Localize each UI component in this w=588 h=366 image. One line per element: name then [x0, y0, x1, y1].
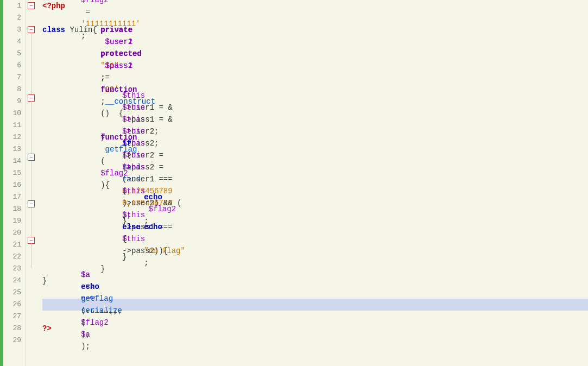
- line-num-21: 21: [3, 239, 26, 251]
- line-num-29: 29: [3, 335, 26, 346]
- line-num-26: 26: [3, 299, 26, 311]
- line-numbers: 1 2 3 4 5 6 7 8 9 10 11 12 13 14 15 16 1…: [3, 0, 26, 366]
- line-num-12: 12: [3, 131, 26, 143]
- line-num-10: 10: [3, 108, 26, 119]
- line-num-4: 4: [3, 36, 26, 48]
- line-num-7: 7: [3, 72, 26, 84]
- line-num-19: 19: [3, 215, 26, 227]
- line-num-17: 17: [3, 191, 26, 203]
- line-num-20: 20: [3, 227, 26, 239]
- code-line-23: }: [42, 263, 588, 275]
- code-line-24: }: [42, 275, 588, 287]
- line-num-3: 3: [3, 24, 26, 36]
- line-num-27: 27: [3, 311, 26, 323]
- line-num-16: 16: [3, 179, 26, 191]
- fold-line-else: [31, 243, 31, 267]
- code-line-29: [42, 335, 588, 346]
- line-num-8: 8: [3, 84, 26, 96]
- fold-marker-1[interactable]: −: [28, 2, 35, 9]
- code-editor: 1 2 3 4 5 6 7 8 9 10 11 12 13 14 15 16 1…: [0, 0, 588, 366]
- line-num-9: 9: [3, 96, 26, 108]
- fold-line-construct: [31, 101, 31, 137]
- line-num-1: 1: [3, 0, 26, 12]
- line-num-18: 18: [3, 203, 26, 215]
- line-num-5: 5: [3, 48, 26, 60]
- line-num-24: 24: [3, 275, 26, 287]
- code-line-27: echo serialize ( $a );: [42, 311, 588, 323]
- code-line-28: ?>: [42, 323, 588, 335]
- line-num-15: 15: [3, 167, 26, 179]
- line-num-14: 14: [3, 155, 26, 167]
- var-flag2: $flag2: [81, 0, 108, 4]
- fold-marker-14[interactable]: −: [28, 154, 35, 161]
- line-num-28: 28: [3, 323, 26, 335]
- fold-line-if: [31, 207, 31, 231]
- line-num-25: 25: [3, 287, 26, 299]
- line-num-2: 2: [3, 12, 26, 24]
- code-content[interactable]: <?php $flag2 = '11111111111' ; class Yul…: [38, 0, 588, 366]
- line-num-13: 13: [3, 143, 26, 155]
- fold-column: − − − − − −: [26, 0, 38, 366]
- line-num-11: 11: [3, 119, 26, 131]
- fold-marker-17[interactable]: −: [28, 200, 35, 207]
- code-line-26: $a -> getflag ( $flag2 );: [42, 299, 588, 311]
- code-line-22: }: [42, 251, 588, 263]
- line-num-6: 6: [3, 60, 26, 72]
- code-line-25: $a = new Yulin();: [42, 287, 588, 299]
- line-num-22: 22: [3, 251, 26, 263]
- line-num-23: 23: [3, 263, 26, 275]
